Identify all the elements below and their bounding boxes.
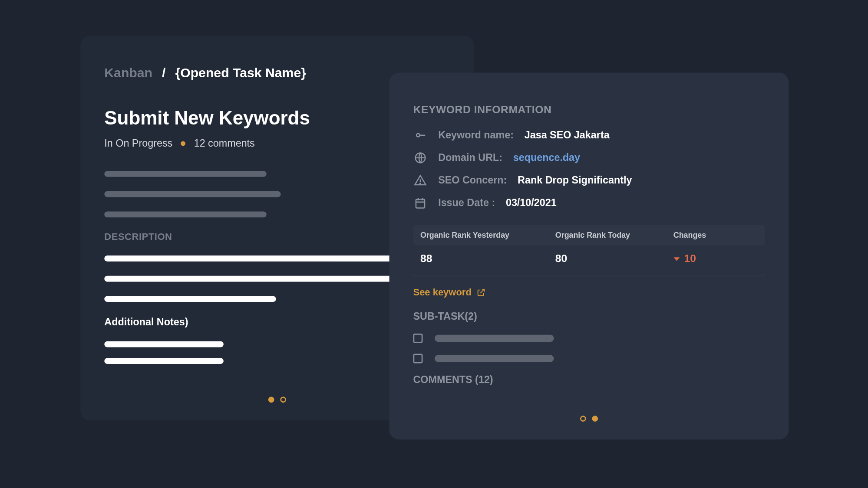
breadcrumb-separator: / (162, 66, 165, 81)
subtask-item (413, 354, 765, 364)
svg-point-2 (420, 183, 421, 184)
subtask-item (413, 334, 765, 343)
svg-rect-3 (416, 199, 425, 208)
keyword-name-label: Keyword name: (438, 129, 514, 141)
rank-yesterday-value: 88 (420, 252, 555, 265)
placeholder-line (104, 276, 438, 282)
breadcrumb-current: {Opened Task Name} (175, 66, 306, 81)
placeholder-line (104, 341, 224, 347)
placeholder-line (104, 358, 224, 364)
pagination-dot[interactable] (280, 396, 286, 403)
rank-col-changes: Changes (673, 230, 758, 239)
warning-icon (413, 174, 427, 188)
rank-col-yesterday: Organic Rank Yesterday (420, 230, 555, 239)
concern-row: SEO Concern: Rank Drop Significantly (413, 172, 765, 189)
rank-col-today: Organic Rank Today (555, 230, 673, 239)
subtask-checkbox[interactable] (413, 354, 422, 364)
pagination-dot[interactable] (268, 396, 274, 403)
keyword-info-card: KEYWORD INFORMATION Keyword name: Jasa S… (389, 73, 789, 440)
placeholder-line (435, 335, 554, 342)
comments-heading: COMMENTS (12) (413, 374, 765, 386)
pagination-right (389, 416, 789, 422)
placeholder-line (104, 255, 438, 262)
globe-icon (413, 151, 427, 165)
concern-value: Rank Drop Significantly (518, 174, 632, 186)
see-keyword-link[interactable]: See keyword (413, 287, 485, 298)
domain-label: Domain URL: (438, 152, 502, 164)
svg-point-0 (416, 134, 420, 137)
status-dot-icon (181, 141, 185, 146)
rank-table-row: 88 80 10 (413, 246, 765, 272)
key-icon (413, 128, 427, 142)
rank-today-value: 80 (555, 252, 673, 265)
domain-row: Domain URL: sequence.day (413, 150, 765, 166)
placeholder-line (435, 355, 554, 362)
external-link-icon (476, 288, 486, 297)
placeholder-line (104, 296, 276, 302)
subtask-heading: SUB-TASK(2) (413, 311, 765, 323)
rank-table: Organic Rank Yesterday Organic Rank Toda… (413, 225, 765, 276)
keyword-name-row: Keyword name: Jasa SEO Jakarta (413, 127, 765, 143)
keyword-info-heading: KEYWORD INFORMATION (413, 104, 765, 116)
date-value: 03/10/2021 (506, 197, 557, 209)
date-row: Issue Date : 03/10/2021 (413, 195, 765, 211)
pagination-dot[interactable] (580, 416, 586, 422)
task-status: In On Progress (104, 138, 172, 149)
triangle-down-icon (673, 257, 680, 260)
breadcrumb-root[interactable]: Kanban (104, 66, 152, 81)
see-keyword-label: See keyword (413, 287, 471, 298)
subtask-checkbox[interactable] (413, 334, 422, 343)
placeholder-line (104, 191, 281, 197)
task-comments-count: 12 comments (194, 138, 255, 149)
domain-link[interactable]: sequence.day (513, 152, 580, 164)
date-label: Issue Date : (438, 197, 495, 209)
rank-table-header: Organic Rank Yesterday Organic Rank Toda… (413, 225, 765, 246)
concern-label: SEO Concern: (438, 174, 507, 186)
rank-change-value: 10 (673, 252, 758, 265)
placeholder-line (104, 211, 266, 217)
placeholder-line (104, 171, 266, 177)
calendar-icon (413, 196, 427, 210)
rank-change-number: 10 (684, 252, 696, 265)
pagination-dot[interactable] (592, 416, 598, 422)
keyword-name-value: Jasa SEO Jakarta (525, 129, 610, 141)
